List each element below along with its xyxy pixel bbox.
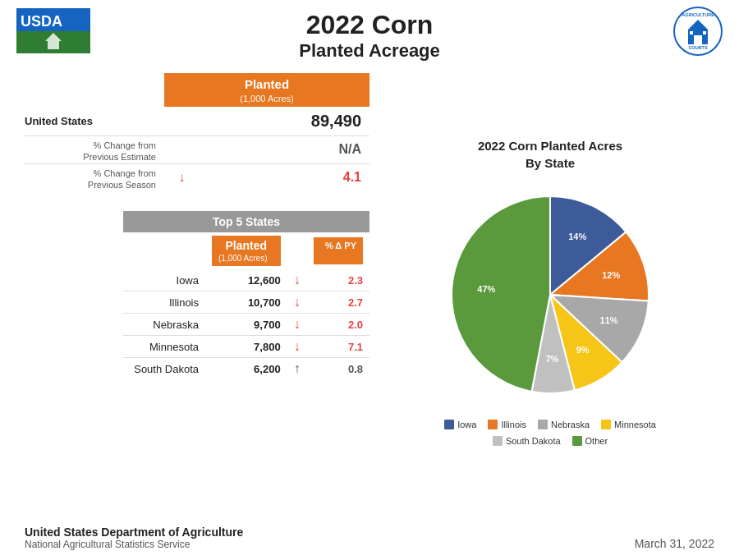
page-title: 2022 Corn xyxy=(299,10,440,40)
right-panel: 2022 Corn Planted Acres By State 14%12%1… xyxy=(386,73,714,509)
state-arrow: ↓ xyxy=(287,336,307,358)
page-subtitle: Planted Acreage xyxy=(299,40,440,62)
legend-color xyxy=(444,420,454,429)
state-pct: 0.8 xyxy=(307,358,370,380)
pie-slice-other xyxy=(452,196,550,392)
pie-chart: 14%12%11%9%7%47% xyxy=(435,180,665,410)
agriculture-counts-logo: AGRICULTURE COUNTS xyxy=(673,7,723,56)
pie-label-other: 47% xyxy=(477,283,495,293)
pie-label-iowa: 14% xyxy=(568,232,586,241)
legend-color xyxy=(572,436,582,446)
pct-change-prev-season-label: % Change from Previous Season xyxy=(25,163,164,190)
org-name: United States Department of Agriculture xyxy=(25,526,243,539)
pie-label-south-dakota: 7% xyxy=(545,353,558,363)
planted-subheader: (1,000 Acres) xyxy=(164,93,370,107)
state-arrow: ↓ xyxy=(287,269,307,291)
svg-text:USDA: USDA xyxy=(21,13,62,30)
usda-logo: USDA xyxy=(16,8,90,53)
state-label: Illinois xyxy=(123,291,205,314)
legend-item-minnesota: Minnesota xyxy=(601,420,656,429)
legend-label: Illinois xyxy=(501,420,526,429)
chart-title: 2022 Corn Planted Acres By State xyxy=(478,137,622,172)
legend-label: Iowa xyxy=(457,420,476,429)
svg-rect-11 xyxy=(690,31,693,34)
header-titles: 2022 Corn Planted Acreage xyxy=(299,10,440,62)
pct-change-prev-season-value: 4.1 xyxy=(186,163,370,190)
legend-label: Nebraska xyxy=(551,420,590,429)
footer-left: United States Department of Agriculture … xyxy=(25,526,243,550)
row-arrow-down: ↓ xyxy=(294,317,301,331)
state-pct: 2.7 xyxy=(307,291,370,314)
main-content: Planted (1,000 Acres) United States 89,4… xyxy=(0,65,739,517)
legend-label: Other xyxy=(585,436,608,446)
legend-label: South Dakota xyxy=(506,436,561,446)
state-arrow: ↓ xyxy=(287,314,307,336)
svg-rect-5 xyxy=(48,41,59,49)
state-pct: 7.1 xyxy=(307,336,370,358)
footer: United States Department of Agriculture … xyxy=(0,517,739,560)
state-value: 7,800 xyxy=(205,336,287,358)
svg-rect-10 xyxy=(694,35,702,44)
row-arrow-down: ↓ xyxy=(294,295,301,309)
footer-date: March 31, 2022 xyxy=(635,537,714,550)
us-table: Planted (1,000 Acres) United States 89,4… xyxy=(25,73,370,190)
pie-label-illinois: 12% xyxy=(602,269,620,279)
top5-planted-subheader: (1,000 Acres) xyxy=(212,254,281,266)
pie-label-minnesota: 9% xyxy=(576,345,590,355)
svg-text:AGRICULTURE: AGRICULTURE xyxy=(682,12,714,17)
top5-container: Top 5 States Planted (1,000 Acres) % Δ P… xyxy=(25,211,370,379)
legend-color xyxy=(538,420,548,429)
chart-legend: Iowa Illinois Nebraska Minnesota South D… xyxy=(419,420,682,446)
legend-item-nebraska: Nebraska xyxy=(538,420,590,429)
us-label: United States xyxy=(25,107,164,136)
legend-item-illinois: Illinois xyxy=(488,420,526,429)
state-value: 9,700 xyxy=(205,314,287,336)
legend-color xyxy=(488,420,498,429)
top5-pct-subheader xyxy=(314,252,363,264)
left-panel: Planted (1,000 Acres) United States 89,4… xyxy=(25,73,370,509)
legend-item-other: Other xyxy=(572,436,608,446)
legend-color xyxy=(601,420,611,429)
top5-planted-header: Planted xyxy=(212,236,281,254)
top5-section-title: Top 5 States xyxy=(123,211,370,232)
legend-item-iowa: Iowa xyxy=(444,420,476,429)
state-label: Nebraska xyxy=(123,314,205,336)
legend-color xyxy=(493,436,503,446)
state-arrow: ↓ xyxy=(287,291,307,314)
svg-rect-12 xyxy=(703,31,706,34)
row-arrow-down: ↓ xyxy=(294,273,301,287)
season-change-arrow-down: ↓ xyxy=(178,170,185,184)
row-arrow-up: ↑ xyxy=(294,361,301,375)
state-arrow: ↑ xyxy=(287,358,307,380)
state-pct: 2.3 xyxy=(307,269,370,291)
state-value: 6,200 xyxy=(205,358,287,380)
page: USDA 2022 Corn Planted Acreage AGRICULTU… xyxy=(0,0,739,560)
planted-header: Planted xyxy=(164,73,370,93)
top5-table: Planted (1,000 Acres) % Δ PY Iowa xyxy=(123,232,370,379)
state-pct: 2.0 xyxy=(307,314,370,336)
legend-label: Minnesota xyxy=(614,420,656,429)
org-sub: National Agricultural Statistics Service xyxy=(25,539,243,550)
state-label: South Dakota xyxy=(123,358,205,380)
pct-change-prev-estimate-label: % Change from Previous Estimate xyxy=(25,136,164,164)
state-label: Iowa xyxy=(123,269,205,291)
pct-change-prev-estimate-value: N/A xyxy=(186,136,370,164)
state-value: 12,600 xyxy=(205,269,287,291)
legend-item-south-dakota: South Dakota xyxy=(493,436,561,446)
us-planted-value: 89,490 xyxy=(186,107,370,136)
svg-text:COUNTS: COUNTS xyxy=(688,45,708,50)
pie-label-nebraska: 11% xyxy=(600,314,618,324)
state-label: Minnesota xyxy=(123,336,205,358)
top5-pct-header: % Δ PY xyxy=(314,237,363,252)
header: USDA 2022 Corn Planted Acreage AGRICULTU… xyxy=(0,0,739,65)
state-value: 10,700 xyxy=(205,291,287,314)
row-arrow-down: ↓ xyxy=(294,339,301,353)
svg-marker-9 xyxy=(688,20,708,30)
